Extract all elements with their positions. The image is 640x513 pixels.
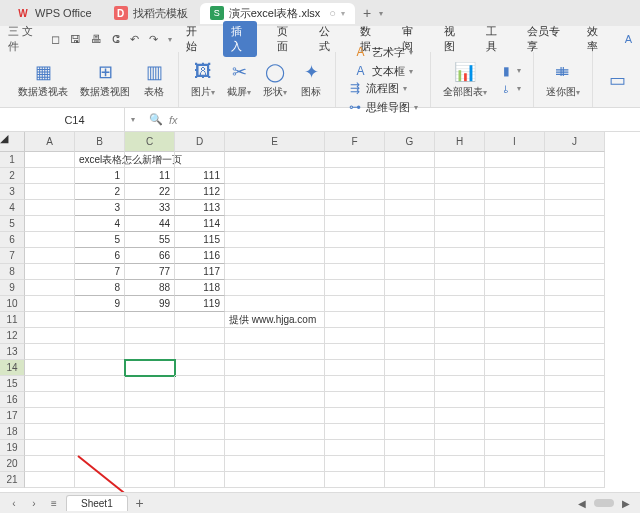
cell-I19[interactable] [485, 440, 545, 456]
cell-D13[interactable] [175, 344, 225, 360]
cell-H2[interactable] [435, 168, 485, 184]
save-icon[interactable]: 🖫 [70, 33, 81, 45]
cell-I11[interactable] [485, 312, 545, 328]
cell-I16[interactable] [485, 392, 545, 408]
redo-icon[interactable]: ↷ [149, 33, 158, 46]
cell-J16[interactable] [545, 392, 605, 408]
cell-I6[interactable] [485, 232, 545, 248]
cell-A10[interactable] [25, 296, 75, 312]
cell-H4[interactable] [435, 200, 485, 216]
cell-B19[interactable] [75, 440, 125, 456]
cell-A7[interactable] [25, 248, 75, 264]
cell-C9[interactable]: 88 [125, 280, 175, 296]
row-header-5[interactable]: 5 [0, 216, 25, 232]
cell-H11[interactable] [435, 312, 485, 328]
cell-D15[interactable] [175, 376, 225, 392]
cell-G17[interactable] [385, 408, 435, 424]
cell-E4[interactable] [225, 200, 325, 216]
cell-A15[interactable] [25, 376, 75, 392]
cell-H16[interactable] [435, 392, 485, 408]
cell-C12[interactable] [125, 328, 175, 344]
cell-C20[interactable] [125, 456, 175, 472]
col-header-A[interactable]: A [25, 132, 75, 152]
cell-D5[interactable]: 114 [175, 216, 225, 232]
undo-icon[interactable]: ↶ [130, 33, 139, 46]
cell-G11[interactable] [385, 312, 435, 328]
cell-H3[interactable] [435, 184, 485, 200]
cell-I1[interactable] [485, 152, 545, 168]
row-header-19[interactable]: 19 [0, 440, 25, 456]
cell-H17[interactable] [435, 408, 485, 424]
cell-D8[interactable]: 117 [175, 264, 225, 280]
row-header-9[interactable]: 9 [0, 280, 25, 296]
cell-C1[interactable] [125, 152, 175, 168]
cell-A11[interactable] [25, 312, 75, 328]
row-header-16[interactable]: 16 [0, 392, 25, 408]
cell-B12[interactable] [75, 328, 125, 344]
cell-A14[interactable] [25, 360, 75, 376]
all-charts-button[interactable]: 📊全部图表▾ [439, 59, 491, 101]
cell-D12[interactable] [175, 328, 225, 344]
cell-D3[interactable]: 112 [175, 184, 225, 200]
cell-B18[interactable] [75, 424, 125, 440]
cell-B2[interactable]: 1 [75, 168, 125, 184]
row-header-17[interactable]: 17 [0, 408, 25, 424]
file-menu[interactable]: 三 文件 [8, 24, 41, 54]
row-header-18[interactable]: 18 [0, 424, 25, 440]
cell-A19[interactable] [25, 440, 75, 456]
name-box[interactable]: C14 [25, 108, 125, 131]
cell-B11[interactable] [75, 312, 125, 328]
icons-button[interactable]: ✦图标 [295, 59, 327, 101]
cell-J5[interactable] [545, 216, 605, 232]
row-header-2[interactable]: 2 [0, 168, 25, 184]
cell-G19[interactable] [385, 440, 435, 456]
screenshot-button[interactable]: ✂截屏▾ [223, 59, 255, 101]
cell-F2[interactable] [325, 168, 385, 184]
cell-D17[interactable] [175, 408, 225, 424]
cell-E20[interactable] [225, 456, 325, 472]
cell-I13[interactable] [485, 344, 545, 360]
cell-F6[interactable] [325, 232, 385, 248]
row-header-1[interactable]: 1 [0, 152, 25, 168]
cell-I7[interactable] [485, 248, 545, 264]
cell-H13[interactable] [435, 344, 485, 360]
cell-E11[interactable]: 提供 www.hjga.com [225, 312, 325, 328]
cell-E5[interactable] [225, 216, 325, 232]
row-header-10[interactable]: 10 [0, 296, 25, 312]
col-header-B[interactable]: B [75, 132, 125, 152]
cell-E1[interactable] [225, 152, 325, 168]
cell-G18[interactable] [385, 424, 435, 440]
cell-D9[interactable]: 118 [175, 280, 225, 296]
cell-G10[interactable] [385, 296, 435, 312]
cell-E18[interactable] [225, 424, 325, 440]
col-header-I[interactable]: I [485, 132, 545, 152]
cell-D21[interactable] [175, 472, 225, 488]
cell-I3[interactable] [485, 184, 545, 200]
cell-B14[interactable] [75, 360, 125, 376]
print-icon[interactable]: 🖶 [91, 33, 102, 45]
cell-B16[interactable] [75, 392, 125, 408]
cell-I21[interactable] [485, 472, 545, 488]
cell-A1[interactable] [25, 152, 75, 168]
print-preview-icon[interactable]: ⵛ [112, 33, 120, 46]
cell-J8[interactable] [545, 264, 605, 280]
cell-B21[interactable] [75, 472, 125, 488]
cell-C14[interactable] [125, 360, 175, 376]
cell-J17[interactable] [545, 408, 605, 424]
row-header-14[interactable]: 14 [0, 360, 25, 376]
cell-G4[interactable] [385, 200, 435, 216]
cell-H15[interactable] [435, 376, 485, 392]
cell-F1[interactable] [325, 152, 385, 168]
cell-A2[interactable] [25, 168, 75, 184]
textbox-button[interactable]: A文本框▾ [350, 63, 417, 80]
cell-I5[interactable] [485, 216, 545, 232]
new-tab-button[interactable]: + [357, 3, 377, 23]
sheet-tab-active[interactable]: Sheet1 [66, 495, 128, 511]
cell-A5[interactable] [25, 216, 75, 232]
new-doc-icon[interactable]: ◻ [51, 33, 60, 46]
cell-A20[interactable] [25, 456, 75, 472]
cell-F8[interactable] [325, 264, 385, 280]
select-all-corner[interactable]: ◢ [0, 132, 25, 152]
cell-I10[interactable] [485, 296, 545, 312]
cell-G1[interactable] [385, 152, 435, 168]
